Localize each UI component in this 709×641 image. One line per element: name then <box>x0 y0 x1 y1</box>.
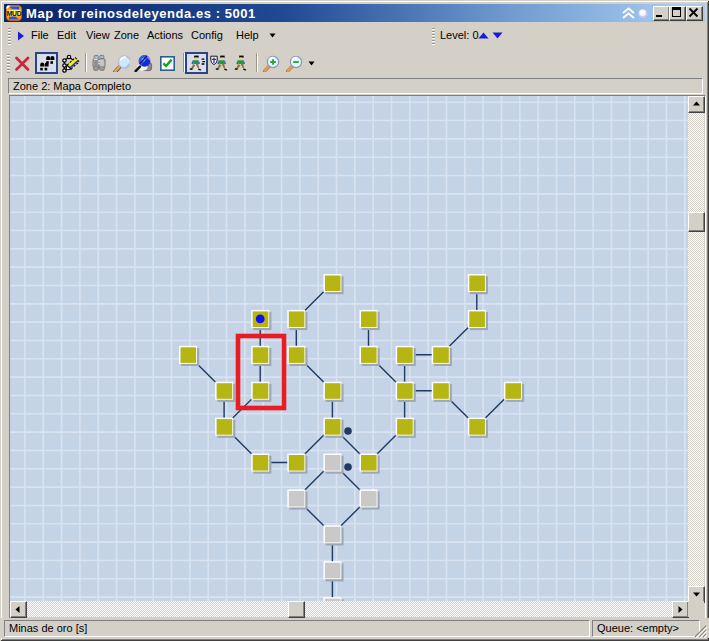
follow-mode-button[interactable] <box>35 52 58 74</box>
room-gray[interactable] <box>323 454 343 474</box>
checkbox-icon <box>160 56 175 71</box>
room[interactable] <box>251 346 271 366</box>
toolbar-separator <box>183 53 184 72</box>
room-gray[interactable] <box>287 489 307 509</box>
room[interactable] <box>360 346 380 366</box>
red-x-icon <box>14 55 31 72</box>
room[interactable] <box>396 346 416 366</box>
collapse-chevron-icon[interactable] <box>621 7 636 19</box>
toolbar-grip[interactable] <box>7 54 10 73</box>
room[interactable] <box>323 274 343 294</box>
status-bar: Minas de oro [s] Queue: <empty> <box>0 618 709 638</box>
edit-path-button[interactable] <box>59 52 82 74</box>
slow-walk-button[interactable] <box>230 52 253 74</box>
resize-grip[interactable] <box>694 625 707 638</box>
room[interactable] <box>323 382 343 402</box>
chevron-down-icon[interactable] <box>269 33 276 38</box>
exit-dot <box>344 427 352 435</box>
zone-label: Zone 2: Mapa Completo <box>13 80 131 92</box>
play-icon[interactable] <box>17 31 25 41</box>
up-triangle-icon[interactable] <box>478 32 489 39</box>
chevron-down-icon <box>308 61 315 66</box>
status-queue-text: Queue: <empty> <box>597 622 679 634</box>
map-canvas[interactable] <box>10 96 688 601</box>
menu-file[interactable]: File <box>31 29 49 41</box>
zoom-out-button[interactable] <box>282 52 305 74</box>
find-button[interactable] <box>88 52 111 74</box>
horizontal-scrollbar[interactable] <box>10 601 688 617</box>
map-panel <box>9 95 706 619</box>
safe-walk-button[interactable] <box>209 52 232 74</box>
scroll-up-button[interactable] <box>688 96 705 113</box>
level-label: Level: 0 <box>440 29 479 41</box>
room-gray[interactable] <box>323 525 343 545</box>
zmud-mapper-window: MUD Map for reinosdeleyenda.es : 5001 Fi… <box>0 0 709 641</box>
room[interactable] <box>287 454 307 474</box>
zoom-menu-button[interactable] <box>306 52 318 74</box>
sphere-icon[interactable] <box>638 9 648 18</box>
confirm-button[interactable] <box>156 52 179 74</box>
status-room-text: Minas de oro [s] <box>9 622 87 634</box>
menu-help[interactable]: Help <box>236 29 259 41</box>
room[interactable] <box>504 382 524 402</box>
app-icon[interactable]: MUD <box>6 5 22 21</box>
zoom-in-icon <box>262 55 280 72</box>
toolbar-separator <box>85 53 86 72</box>
room[interactable] <box>396 382 416 402</box>
locate-button[interactable] <box>109 52 132 74</box>
status-room-panel: Minas de oro [s] <box>4 620 590 637</box>
room[interactable] <box>468 418 488 438</box>
room-gray[interactable] <box>323 561 343 581</box>
level-toolbar-grip[interactable] <box>432 28 435 45</box>
room[interactable] <box>215 382 235 402</box>
room[interactable] <box>360 454 380 474</box>
room[interactable] <box>323 418 343 438</box>
zoom-in-button[interactable] <box>259 52 282 74</box>
maximize-button[interactable] <box>669 6 686 21</box>
window-title: Map for reinosdeleyenda.es : 5001 <box>26 6 256 21</box>
title-bar[interactable]: MUD Map for reinosdeleyenda.es : 5001 <box>4 4 705 22</box>
menu-zone[interactable]: Zone <box>114 29 139 41</box>
room[interactable] <box>179 346 199 366</box>
menu-view[interactable]: View <box>86 29 110 41</box>
menu-actions[interactable]: Actions <box>147 29 183 41</box>
toolbar-separator <box>256 53 257 72</box>
find-web-button[interactable] <box>132 52 155 74</box>
scroll-left-button[interactable] <box>10 601 27 618</box>
menu-config[interactable]: Config <box>191 29 223 41</box>
walk-icon <box>233 55 249 71</box>
vertical-scrollbar[interactable] <box>688 96 704 601</box>
player-marker <box>256 315 265 324</box>
close-button[interactable] <box>686 6 703 21</box>
scrollbar-corner <box>688 601 704 617</box>
delete-button[interactable] <box>11 52 34 74</box>
room[interactable] <box>251 454 271 474</box>
zone-bar: Zone 2: Mapa Completo <box>8 78 703 94</box>
room-gray[interactable] <box>360 489 380 509</box>
magnifier-icon <box>112 54 130 72</box>
room[interactable] <box>432 382 452 402</box>
menu-grip[interactable] <box>8 28 11 45</box>
room[interactable] <box>468 274 488 294</box>
minimize-button[interactable] <box>653 6 670 21</box>
down-triangle-icon[interactable] <box>492 32 503 39</box>
room[interactable] <box>396 418 416 438</box>
room[interactable] <box>287 310 307 330</box>
room[interactable] <box>287 346 307 366</box>
room[interactable] <box>251 382 271 402</box>
menu-bar: FileEditViewZoneActionsConfigHelp Level:… <box>3 24 706 49</box>
toolbar <box>3 49 706 77</box>
scroll-right-button[interactable] <box>672 601 689 618</box>
menu-edit[interactable]: Edit <box>57 29 76 41</box>
horizontal-scroll-thumb[interactable] <box>288 601 305 618</box>
room[interactable] <box>360 310 380 330</box>
globe-magnifier-icon <box>134 54 153 72</box>
speedwalk-button[interactable] <box>185 52 208 74</box>
svg-text:MUD: MUD <box>7 10 22 17</box>
room[interactable] <box>215 418 235 438</box>
vertical-scroll-thumb[interactable] <box>688 212 705 232</box>
room[interactable] <box>468 310 488 330</box>
footprints-icon <box>38 55 55 72</box>
binoculars-icon <box>90 54 108 72</box>
room[interactable] <box>432 346 452 366</box>
